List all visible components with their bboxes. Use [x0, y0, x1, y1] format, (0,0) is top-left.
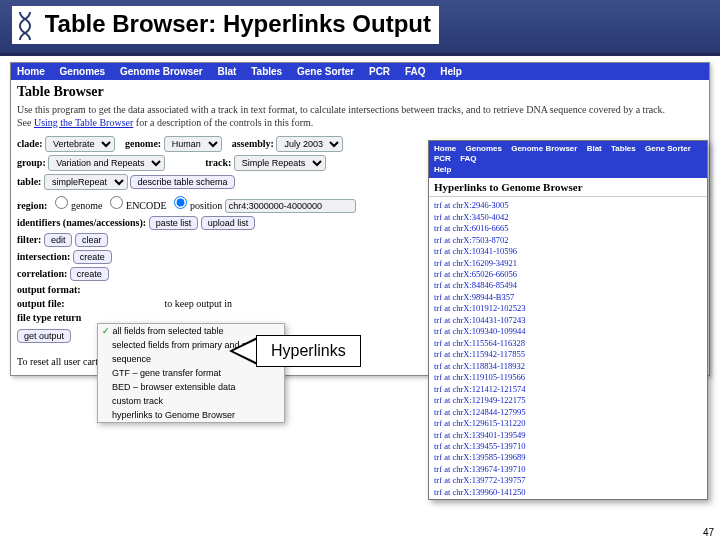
hyperlink-item[interactable]: trf at chrX:98944-B357	[434, 292, 702, 303]
slide-title-bar: Table Browser: Hyperlinks Output	[0, 0, 720, 56]
hyperlink-item[interactable]: trf at chrX:129615-131220	[434, 418, 702, 429]
nav-genomes[interactable]: Genomes	[60, 66, 106, 77]
nav-blat[interactable]: Blat	[218, 66, 237, 77]
hyperlinks-output-window: Home Genomes Genome Browser Blat Tables …	[428, 140, 708, 500]
hyperlinks-callout: Hyperlinks	[228, 335, 361, 367]
genome-select[interactable]: Human	[164, 136, 222, 152]
correlation-label: correlation:	[17, 268, 67, 279]
table-select[interactable]: simpleRepeat	[44, 174, 128, 190]
output-file-label: output file:	[17, 298, 65, 309]
hyperlink-item[interactable]: trf at chrX:6016-6665	[434, 223, 702, 234]
hyperlink-item[interactable]: trf at chrX:104431-107243	[434, 315, 702, 326]
genome-label: genome:	[125, 138, 161, 149]
hyperlink-item[interactable]: trf at chrX:2946-3005	[434, 200, 702, 211]
nav-faq[interactable]: FAQ	[405, 66, 426, 77]
intersection-create-button[interactable]: create	[73, 250, 112, 264]
format-opt-hyperlinks[interactable]: hyperlinks to Genome Browser	[98, 408, 284, 422]
region-position-input[interactable]	[225, 199, 356, 213]
hyperlink-item[interactable]: trf at chrX:118834-118932	[434, 361, 702, 372]
hyperlink-item[interactable]: trf at chrX:139455-139710	[434, 441, 702, 452]
hyperlink-item[interactable]: trf at chrX:121949-122175	[434, 395, 702, 406]
page-heading: Table Browser	[11, 80, 709, 102]
nav-home[interactable]: Home	[17, 66, 45, 77]
paste-list-button[interactable]: paste list	[149, 216, 199, 230]
file-type-return-label: file type return	[17, 312, 81, 323]
get-output-button[interactable]: get output	[17, 329, 71, 343]
region-radio-encode[interactable]	[110, 196, 123, 209]
intersection-label: intersection:	[17, 251, 70, 262]
hyperlink-item[interactable]: trf at chrX:3450-4042	[434, 212, 702, 223]
format-opt-custom-track[interactable]: custom track	[98, 394, 284, 408]
hyperlink-item[interactable]: trf at chrX:139674-139710	[434, 464, 702, 475]
assembly-label: assembly:	[232, 138, 274, 149]
sub-nav-blat[interactable]: Blat	[587, 144, 602, 153]
assembly-select[interactable]: July 2003	[276, 136, 343, 152]
hyperlink-item[interactable]: trf at chrX:124844-127995	[434, 407, 702, 418]
hyperlink-item[interactable]: trf at chrX:115942-117855	[434, 349, 702, 360]
hyperlink-item[interactable]: trf at chrX:139401-139549	[434, 430, 702, 441]
sub-nav-pcr[interactable]: PCR	[434, 154, 451, 163]
sub-nav-gene-sorter[interactable]: Gene Sorter	[645, 144, 691, 153]
filter-label: filter:	[17, 234, 41, 245]
sub-heading: Hyperlinks to Genome Browser	[429, 178, 707, 197]
upload-list-button[interactable]: upload list	[201, 216, 256, 230]
using-table-browser-link[interactable]: Using the Table Browser	[34, 117, 133, 128]
sub-nav-genomes[interactable]: Genomes	[465, 144, 501, 153]
sub-nav-faq[interactable]: FAQ	[460, 154, 476, 163]
region-label: region:	[17, 200, 47, 211]
callout-arrow-icon	[229, 337, 257, 365]
format-opt-bed[interactable]: BED – browser extensible data	[98, 380, 284, 394]
nav-pcr[interactable]: PCR	[369, 66, 390, 77]
region-radio-genome[interactable]	[55, 196, 68, 209]
main-navbar: Home Genomes Genome Browser Blat Tables …	[11, 63, 709, 80]
hyperlink-item[interactable]: trf at chrX:139772-139757	[434, 475, 702, 486]
intro-text: Use this program to get the data associa…	[11, 102, 709, 131]
clade-label: clade:	[17, 138, 43, 149]
callout-label: Hyperlinks	[256, 335, 361, 367]
nav-help[interactable]: Help	[440, 66, 462, 77]
hyperlink-item[interactable]: trf at chrX:115564-116328	[434, 338, 702, 349]
region-opt-position: position	[190, 200, 222, 211]
output-file-hint: to keep output in	[165, 298, 233, 309]
correlation-create-button[interactable]: create	[70, 267, 109, 281]
filter-clear-button[interactable]: clear	[75, 233, 109, 247]
clade-select[interactable]: Vertebrate	[45, 136, 115, 152]
slide-title: Table Browser: Hyperlinks Output	[12, 6, 439, 44]
sub-nav-help[interactable]: Help	[434, 165, 451, 174]
hyperlinks-list: trf at chrX:2946-3005trf at chrX:3450-40…	[429, 197, 707, 497]
filter-edit-button[interactable]: edit	[44, 233, 73, 247]
format-opt-gtf[interactable]: GTF – gene transfer format	[98, 366, 284, 380]
hyperlink-item[interactable]: trf at chrX:139960-141250	[434, 487, 702, 497]
hyperlink-item[interactable]: trf at chrX:101912-102523	[434, 303, 702, 314]
sub-nav-home[interactable]: Home	[434, 144, 456, 153]
hyperlink-item[interactable]: trf at chrX:119105-119566	[434, 372, 702, 383]
nav-genome-browser[interactable]: Genome Browser	[120, 66, 203, 77]
hyperlink-item[interactable]: trf at chrX:109340-109944	[434, 326, 702, 337]
page-number: 47	[703, 527, 714, 538]
group-select[interactable]: Variation and Repeats	[48, 155, 165, 171]
hyperlink-item[interactable]: trf at chrX:139585-139689	[434, 452, 702, 463]
hyperlink-item[interactable]: trf at chrX:10341-10596	[434, 246, 702, 257]
nav-gene-sorter[interactable]: Gene Sorter	[297, 66, 354, 77]
sub-nav-tables[interactable]: Tables	[611, 144, 636, 153]
region-radio-position[interactable]	[174, 196, 187, 209]
track-select[interactable]: Simple Repeats	[234, 155, 326, 171]
identifiers-label: identifiers (names/accessions):	[17, 217, 146, 228]
hyperlink-item[interactable]: trf at chrX:84846-85494	[434, 280, 702, 291]
region-opt-genome: genome	[71, 200, 103, 211]
hyperlink-item[interactable]: trf at chrX:65026-66056	[434, 269, 702, 280]
output-format-label: output format:	[17, 284, 81, 295]
group-label: group:	[17, 157, 46, 168]
table-label: table:	[17, 176, 41, 187]
sub-navbar: Home Genomes Genome Browser Blat Tables …	[429, 141, 707, 178]
sub-nav-genome-browser[interactable]: Genome Browser	[511, 144, 577, 153]
region-opt-encode: ENCODE	[126, 200, 167, 211]
hyperlink-item[interactable]: trf at chrX:16209-34921	[434, 258, 702, 269]
nav-tables[interactable]: Tables	[251, 66, 282, 77]
dna-icon	[16, 12, 34, 40]
describe-schema-button[interactable]: describe table schema	[130, 175, 234, 189]
track-label: track:	[205, 157, 231, 168]
hyperlink-item[interactable]: trf at chrX:121412-121574	[434, 384, 702, 395]
hyperlink-item[interactable]: trf at chrX:7503-8702	[434, 235, 702, 246]
